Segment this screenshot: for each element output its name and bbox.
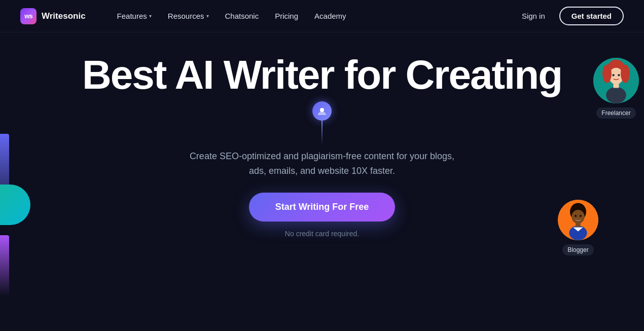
chevron-down-icon: ▾ (206, 13, 209, 19)
nav-item-features[interactable]: Features ▾ (110, 8, 159, 24)
nav-item-resources[interactable]: Resources ▾ (161, 8, 216, 24)
svg-rect-14 (576, 223, 581, 227)
blogger-label: Blogger (562, 244, 593, 255)
cursor-line (321, 121, 323, 145)
freelancer-label: Freelancer (596, 107, 635, 119)
logo-text: Writesonic (42, 11, 86, 21)
get-started-button[interactable]: Get started (559, 7, 624, 25)
logo-icon: ws (20, 8, 37, 24)
logo[interactable]: ws Writesonic (20, 8, 86, 24)
hero-title: Best AI Writer for Creating (82, 53, 562, 97)
avatar-freelancer: Freelancer (593, 58, 639, 119)
freelancer-avatar-image (593, 58, 639, 103)
svg-point-8 (612, 74, 615, 77)
nav-item-pricing[interactable]: Pricing (268, 8, 305, 24)
hero-subtitle: Create SEO-optimized and plagiarism-free… (180, 149, 464, 178)
svg-point-0 (320, 108, 324, 112)
cursor-icon (317, 106, 327, 116)
nav-item-chatsonic[interactable]: Chatsonic (218, 8, 266, 24)
nav-right: Sign in Get started (514, 7, 624, 25)
chevron-down-icon: ▾ (149, 13, 152, 19)
svg-point-15 (575, 215, 577, 217)
svg-point-12 (571, 210, 585, 224)
svg-rect-7 (614, 83, 619, 88)
svg-point-16 (580, 215, 582, 217)
cta-button[interactable]: Start Writing For Free (249, 193, 396, 222)
cursor-bubble (312, 101, 332, 121)
hero-section: Best AI Writer for Creating Create SEO-o… (0, 32, 644, 238)
sign-in-button[interactable]: Sign in (514, 8, 553, 24)
cursor-animation (312, 101, 332, 145)
nav-item-academy[interactable]: Academy (307, 8, 353, 24)
freelancer-avatar-svg (593, 58, 639, 103)
blogger-avatar-image (558, 200, 598, 240)
svg-point-5 (621, 65, 630, 83)
svg-point-4 (602, 65, 612, 83)
svg-point-9 (618, 74, 620, 77)
navbar: ws Writesonic Features ▾ Resources ▾ Cha… (0, 0, 644, 32)
avatar-blogger: Blogger (558, 200, 598, 255)
nav-links: Features ▾ Resources ▾ Chatsonic Pricing… (110, 8, 514, 24)
blogger-avatar-svg (558, 200, 598, 240)
svg-point-6 (606, 87, 626, 103)
no-credit-text: No credit card required. (285, 230, 359, 238)
